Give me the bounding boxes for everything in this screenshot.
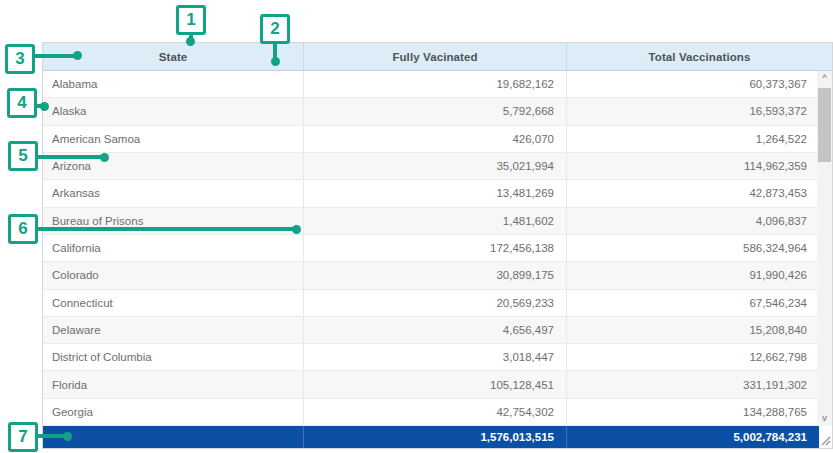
callout-5: 5 — [8, 141, 38, 171]
fully-vacinated-cell: 1,481,602 — [303, 208, 566, 234]
state-cell: Colorado — [43, 262, 303, 288]
table-body: Alabama 19,682,162 60,373,367 Alaska 5,7… — [43, 71, 832, 426]
column-header-fully-vacinated[interactable]: Fully Vacinated — [303, 43, 566, 70]
fully-vacinated-cell: 4,656,497 — [303, 317, 566, 343]
table-row[interactable]: Delaware 4,656,497 15,208,840 — [43, 317, 832, 344]
callout-5-line — [37, 155, 102, 159]
callout-1-dot — [186, 37, 195, 46]
fully-vacinated-cell: 20,569,233 — [303, 290, 566, 316]
table-row[interactable]: District of Columbia 3,018,447 12,662,79… — [43, 344, 832, 371]
table-row[interactable]: Florida 105,128,451 331,191,302 — [43, 371, 832, 398]
callout-3-dot — [73, 51, 82, 60]
state-cell: California — [43, 235, 303, 261]
fully-vacinated-cell: 30,899,175 — [303, 262, 566, 288]
total-vaccinations-cell: 91,990,426 — [566, 262, 819, 288]
scroll-up-icon[interactable]: ^ — [817, 71, 832, 85]
total-vaccinations-cell: 134,288,765 — [566, 399, 819, 425]
total-vaccinations-cell: 1,264,522 — [566, 126, 819, 152]
column-header-total-vaccinations[interactable]: Total Vaccinations — [566, 43, 832, 70]
callout-2: 2 — [260, 14, 290, 44]
total-vaccinations-cell: 67,546,234 — [566, 290, 819, 316]
state-cell: Georgia — [43, 399, 303, 425]
fully-vacinated-cell: 105,128,451 — [303, 371, 566, 397]
callout-4: 4 — [7, 88, 37, 118]
total-vaccinations-cell: 12,662,798 — [566, 344, 819, 370]
total-vaccinations-cell: 60,373,367 — [566, 71, 819, 97]
fully-vacinated-cell: 172,456,138 — [303, 235, 566, 261]
callout-7: 7 — [8, 422, 38, 452]
table-row[interactable]: Colorado 30,899,175 91,990,426 — [43, 262, 832, 289]
scroll-down-icon[interactable]: v — [817, 411, 832, 425]
fully-vacinated-cell: 35,021,994 — [303, 153, 566, 179]
table-row[interactable]: Alaska 5,792,668 16,593,372 — [43, 98, 832, 125]
table-row[interactable]: Arizona 35,021,994 114,962,359 — [43, 153, 832, 180]
state-cell: Delaware — [43, 317, 303, 343]
table-row[interactable]: Arkansas 13,481,269 42,873,453 — [43, 180, 832, 207]
fully-vacinated-cell: 42,754,302 — [303, 399, 566, 425]
summary-fully-vacinated-total: 1,576,013,515 — [303, 426, 566, 448]
total-vaccinations-cell: 586,324,964 — [566, 235, 819, 261]
table-row[interactable]: American Samoa 426,070 1,264,522 — [43, 126, 832, 153]
callout-6: 6 — [8, 214, 38, 244]
fully-vacinated-cell: 13,481,269 — [303, 180, 566, 206]
callout-4-dot — [40, 102, 49, 111]
screenshot-root: State Fully Vacinated Total Vaccinations… — [0, 0, 833, 453]
table-header-row: State Fully Vacinated Total Vaccinations — [43, 43, 832, 71]
state-cell: Alabama — [43, 71, 303, 97]
summary-total-vaccinations-total: 5,002,784,231 — [566, 426, 819, 448]
fully-vacinated-cell: 5,792,668 — [303, 98, 566, 124]
callout-6-line — [37, 227, 294, 231]
summary-state-cell — [43, 426, 303, 448]
table-row[interactable]: California 172,456,138 586,324,964 — [43, 235, 832, 262]
total-vaccinations-cell: 114,962,359 — [566, 153, 819, 179]
fully-vacinated-cell: 3,018,447 — [303, 344, 566, 370]
callout-3: 3 — [5, 44, 35, 74]
callout-7-line — [37, 434, 65, 438]
fully-vacinated-cell: 19,682,162 — [303, 71, 566, 97]
vertical-scrollbar[interactable]: ^ v — [817, 71, 832, 426]
callout-3-line — [34, 54, 76, 58]
state-cell: District of Columbia — [43, 344, 303, 370]
total-vaccinations-cell: 42,873,453 — [566, 180, 819, 206]
summary-gutter — [819, 426, 832, 448]
callout-2-dot — [271, 57, 280, 66]
state-cell: Florida — [43, 371, 303, 397]
table-row[interactable]: Connecticut 20,569,233 67,546,234 — [43, 290, 832, 317]
summary-row: 1,576,013,515 5,002,784,231 — [43, 426, 832, 448]
state-cell: Connecticut — [43, 290, 303, 316]
total-vaccinations-cell: 4,096,837 — [566, 208, 819, 234]
total-vaccinations-cell: 15,208,840 — [566, 317, 819, 343]
total-vaccinations-cell: 16,593,372 — [566, 98, 819, 124]
state-cell: Alaska — [43, 98, 303, 124]
fully-vacinated-cell: 426,070 — [303, 126, 566, 152]
state-cell: Arkansas — [43, 180, 303, 206]
callout-1: 1 — [176, 5, 206, 35]
callout-6-dot — [292, 225, 301, 234]
resize-grip-icon[interactable] — [819, 434, 831, 446]
scrollbar-thumb[interactable] — [818, 88, 831, 162]
state-cell: American Samoa — [43, 126, 303, 152]
table-row[interactable]: Alabama 19,682,162 60,373,367 — [43, 71, 832, 98]
column-header-state[interactable]: State — [43, 43, 303, 70]
callout-7-dot — [63, 432, 72, 441]
vaccination-table: State Fully Vacinated Total Vaccinations… — [42, 42, 833, 449]
total-vaccinations-cell: 331,191,302 — [566, 371, 819, 397]
callout-5-dot — [100, 153, 109, 162]
table-row[interactable]: Georgia 42,754,302 134,288,765 — [43, 399, 832, 426]
